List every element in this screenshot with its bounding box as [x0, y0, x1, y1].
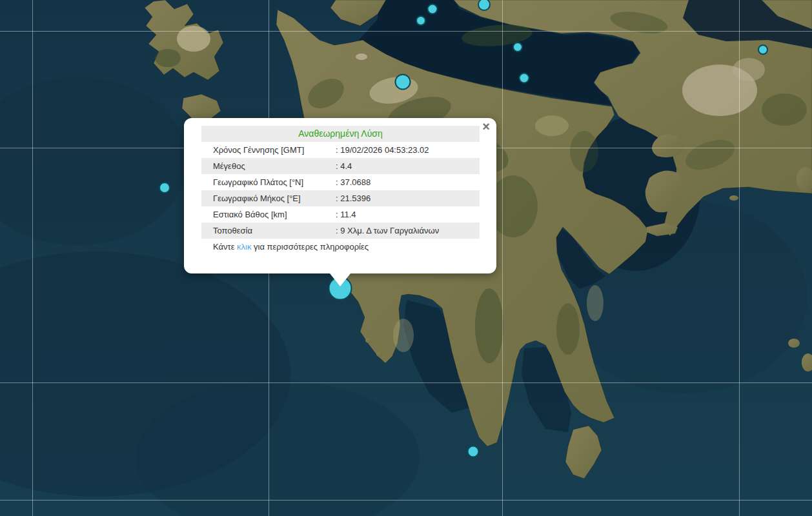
popup-row-label: Μέγεθος [213, 158, 336, 174]
earthquake-marker[interactable] [428, 5, 438, 14]
popup-row-label: Γεωγραφικό Μήκος [°E] [213, 190, 336, 206]
popup-row-label: Χρόνος Γέννησης [GMT] [213, 142, 336, 158]
popup-row-value: : 11.4 [336, 206, 480, 223]
popup-row-label: Εστιακό Βάθος [km] [213, 206, 336, 223]
popup-row: Εστιακό Βάθος [km] : 11.4 [201, 206, 480, 223]
earthquake-marker[interactable] [468, 446, 479, 457]
popup-row-value: : 37.0688 [336, 174, 480, 190]
popup-row-value: : 19/02/2026 04:53:23.02 [336, 142, 480, 158]
popup-tail [330, 273, 350, 286]
popup-close-button[interactable]: × [482, 120, 490, 133]
popup-row-value: : 4.4 [336, 158, 480, 174]
earthquake-marker[interactable] [520, 74, 529, 83]
popup-row: Χρόνος Γέννησης [GMT] : 19/02/2026 04:53… [201, 142, 480, 158]
popup-row-label: Γεωγραφικό Πλάτος [°N] [213, 174, 336, 190]
islet [365, 338, 373, 343]
islet [376, 352, 383, 357]
earthquake-marker[interactable] [478, 0, 490, 10]
popup-title: Αναθεωρημένη Λύση [201, 126, 480, 142]
more-info-link[interactable]: κλικ [237, 242, 251, 252]
footer-text-post: για περισσότερες πληροφορίες [251, 242, 369, 252]
popup-row: Μέγεθος : 4.4 [201, 158, 480, 174]
islet [729, 195, 738, 201]
earthquake-marker[interactable] [159, 183, 170, 193]
map-viewport[interactable]: × Αναθεωρημένη Λύση Χρόνος Γέννησης [GMT… [0, 0, 812, 516]
earthquake-marker[interactable] [416, 16, 425, 25]
popup-row-label: Τοποθεσία [213, 223, 336, 239]
popup-row-value: : 21.5396 [336, 190, 480, 206]
popup-row: Γεωγραφικό Μήκος [°E] : 21.5396 [201, 190, 480, 206]
footer-text-pre: Κάντε [213, 242, 237, 252]
popup-footer: Κάντε κλικ για περισσότερες πληροφορίες [201, 239, 480, 255]
popup-row: Τοποθεσία : 9 Χλμ. Δ των Γαργαλιάνων [201, 223, 480, 239]
earthquake-marker[interactable] [396, 75, 411, 90]
earthquake-marker[interactable] [758, 45, 767, 54]
islet [788, 339, 800, 348]
earthquake-popup: × Αναθεωρημένη Λύση Χρόνος Γέννησης [GMT… [184, 118, 496, 273]
popup-rows: Χρόνος Γέννησης [GMT] : 19/02/2026 04:53… [201, 142, 480, 239]
earthquake-marker[interactable] [513, 43, 522, 52]
popup-row: Γεωγραφικό Πλάτος [°N] : 37.0688 [201, 174, 480, 190]
popup-row-value: : 9 Χλμ. Δ των Γαργαλιάνων [336, 223, 480, 239]
